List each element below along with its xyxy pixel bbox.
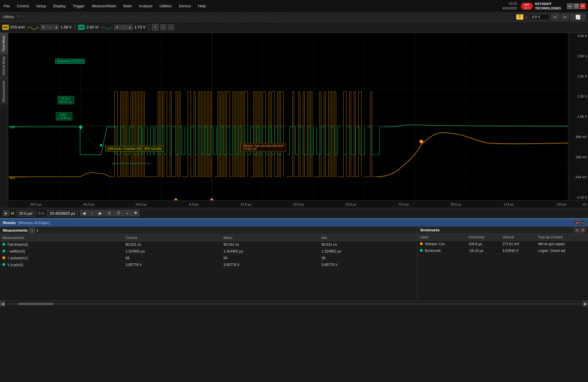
svg-rect-3 xyxy=(8,33,568,200)
bookmarks-title: Bookmarks xyxy=(420,228,440,232)
bk-label-0: Shireen: Car xyxy=(417,241,466,248)
ch2-badge[interactable]: m2 xyxy=(78,25,85,30)
main-area: Time Meas Vertical Meas Measurements xyxy=(0,33,588,200)
scroll-left-button[interactable]: ◀ xyxy=(0,301,5,307)
svg-text:KEY: KEY xyxy=(524,4,529,6)
scroll-right-button[interactable]: ▶ xyxy=(583,301,588,307)
dot-3 xyxy=(2,263,5,266)
bk-col-popup: Pop-up Content xyxy=(536,234,588,241)
offline-up-arrow: ⌃ xyxy=(17,15,20,19)
undo-button[interactable]: ↩ xyxy=(552,14,559,20)
dot-1 xyxy=(2,250,5,253)
menu-help[interactable]: Help xyxy=(197,3,207,9)
nav-next-button[interactable]: ▶ xyxy=(96,210,104,216)
position-value[interactable]: 33.4829825 µs xyxy=(47,210,78,216)
ch1-badge[interactable]: m1 xyxy=(2,25,9,30)
bookmarks-settings-button[interactable]: ⚙ xyxy=(574,228,579,233)
menu-file[interactable]: File xyxy=(2,3,11,9)
restore-button[interactable]: ❐ xyxy=(573,3,579,9)
title-bar: File Control Setup Display Trigger Measu… xyxy=(0,0,588,12)
table-row[interactable]: - width(m2) 1.324902 µs 1.324902 µs 1.32… xyxy=(0,248,417,255)
ch1-circle-btn[interactable]: ○ xyxy=(46,25,53,30)
bk-col-label: Label xyxy=(417,234,466,241)
svg-point-25 xyxy=(420,140,423,143)
nav-prev-button[interactable]: ◀ xyxy=(80,210,88,216)
scope-nav-button[interactable]: 📈 xyxy=(570,14,585,20)
results-header: Results (Measure All Edges) 📌 ✕ xyxy=(0,219,588,227)
time-tick-8: 93.5 µs xyxy=(430,203,482,206)
menu-setup[interactable]: Setup xyxy=(35,3,47,9)
menu-bar: File Control Setup Display Trigger Measu… xyxy=(2,3,207,9)
col-measurement: Measurement xyxy=(0,235,123,241)
ch1-voltage: 670 mV/ xyxy=(11,25,25,29)
ch1-up-btn[interactable]: ▲ xyxy=(54,25,59,30)
time-div-value[interactable]: 20.0 µs/ xyxy=(16,210,35,216)
bk-dot-1 xyxy=(420,249,423,252)
svg-text:m1: m1 xyxy=(10,176,15,180)
time-tick-10: 133 µs xyxy=(535,203,587,206)
minimize-button[interactable]: — xyxy=(567,3,573,9)
width-label: - width -1.3249 µs xyxy=(58,113,71,120)
close-button[interactable]: ✕ xyxy=(580,3,586,9)
bk-col-vertical: Vertical xyxy=(500,234,536,241)
trigger-value[interactable]: 0.0 V xyxy=(529,14,550,20)
nav-circle-button[interactable]: ○ xyxy=(88,210,96,216)
expand-button[interactable]: ▶ xyxy=(3,210,9,216)
nav-flag-button[interactable]: ⚑ xyxy=(132,210,139,216)
time-meas-tab[interactable]: Time Meas xyxy=(0,33,8,54)
time-tick-4: 13.5 µs xyxy=(220,203,272,206)
bookmark-annotation: Bookmark 3.0292 V xyxy=(55,59,85,64)
bk-horizontal-1: -28.33 µs xyxy=(466,248,500,254)
nav-back-button[interactable]: « xyxy=(123,210,131,216)
scroll-track[interactable] xyxy=(6,303,582,305)
measurements-title: Measurements xyxy=(3,228,28,233)
menu-measure-mark[interactable]: Measure/Mark xyxy=(91,3,117,9)
panel-close-button[interactable]: ✕ xyxy=(580,221,585,225)
table-row[interactable]: + pulses(m1) 58 58 58 xyxy=(0,255,417,262)
scale-236mv: 236 mV xyxy=(569,155,587,159)
trigger-button[interactable]: T xyxy=(516,14,523,20)
ch2-circle-btn[interactable]: ○ xyxy=(120,25,127,30)
panel-pin-button[interactable]: 📌 xyxy=(574,221,579,225)
bookmarks-pin-button[interactable]: 📌 xyxy=(580,228,585,233)
menu-display[interactable]: Display xyxy=(52,3,67,9)
shireen-label: Shireen: Can you look into this?273.61 m… xyxy=(243,144,284,151)
nav-play-button[interactable]: ⏱ xyxy=(114,210,123,216)
meas-current-1: 1.324902 µs xyxy=(123,248,221,255)
bookmark-label: Bookmark 3.0292 V xyxy=(57,60,83,63)
table-row[interactable]: V p-p(m2) 3.65779 V 3.65779 V 3.65779 V xyxy=(0,262,417,268)
datetime: 13:23 9/30/2020 xyxy=(502,1,517,11)
menu-trigger[interactable]: Trigger xyxy=(71,3,86,9)
nav-controls: ◀ ○ ▶ ② ⏱ « ⚑ xyxy=(80,210,139,216)
ch1-down-btn[interactable]: ▼ xyxy=(41,25,46,30)
time-tick-0: -66.5 µs xyxy=(9,203,62,206)
meas-current-3: 3.65779 V xyxy=(123,262,221,268)
measurements-add-button[interactable]: + xyxy=(29,228,35,233)
table-row[interactable]: Bookmark -28.33 µs 3.02916 V Logan: Chec… xyxy=(417,248,588,254)
offline-label: Offline xyxy=(3,15,14,19)
meas-name-3: V p-p(m2) xyxy=(0,262,123,268)
vertical-meas-tab[interactable]: Vertical Meas xyxy=(0,54,8,78)
ch2-down-btn[interactable]: ▼ xyxy=(114,25,120,30)
menu-demos[interactable]: Demos xyxy=(178,3,192,9)
nav-zoom-button[interactable]: ② xyxy=(105,210,113,216)
menu-math[interactable]: Math xyxy=(122,3,133,9)
scroll-thumb xyxy=(18,303,54,305)
measurements-tab[interactable]: Measurements xyxy=(0,78,8,105)
menu-control[interactable]: Control xyxy=(16,3,30,9)
scale-3.59v: 3.59 V xyxy=(569,54,587,58)
date: 9/30/2020 xyxy=(502,6,517,11)
bookmark-button[interactable]: □ xyxy=(168,24,174,30)
scale-906mv: 906 mV xyxy=(569,135,587,139)
falltime-annotation: Fall time90.531 ns xyxy=(58,96,74,104)
table-row[interactable]: Shireen: Car 108.8 µs 273.61 mV We've go… xyxy=(417,241,588,248)
doublearrow-button[interactable]: « xyxy=(160,24,166,30)
redo-button[interactable]: ↪ xyxy=(561,14,569,20)
scope-area: m1 xyxy=(8,33,568,200)
menu-utilities[interactable]: Utilities xyxy=(158,3,173,9)
menu-analyze[interactable]: Analyze xyxy=(138,3,153,9)
ch2-up-btn[interactable]: ▲ xyxy=(127,25,133,30)
table-row[interactable]: Fall time(m2) 90.531 ns 90.531 ns 90.531… xyxy=(0,241,417,248)
add-channel-button[interactable]: + xyxy=(152,24,158,31)
shireen-annotation: Shireen: Can you look into this?273.61 m… xyxy=(240,143,286,152)
